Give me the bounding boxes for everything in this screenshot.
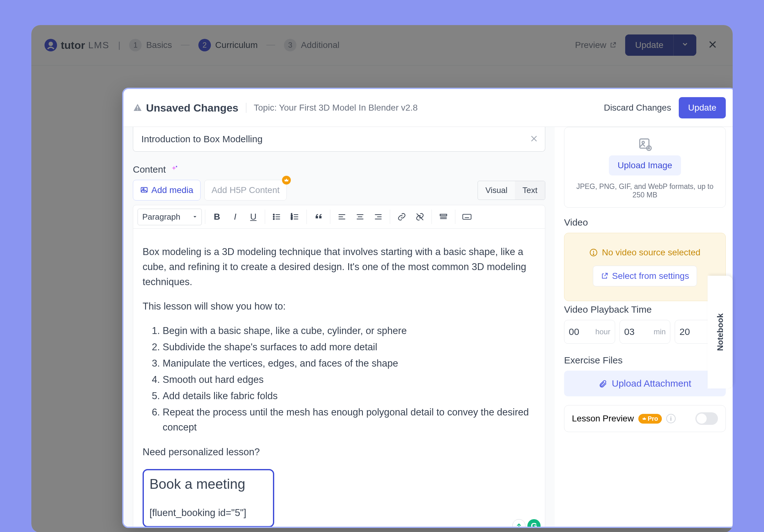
align-right-icon[interactable]	[370, 208, 387, 225]
svg-point-7	[273, 214, 275, 215]
svg-rect-29	[440, 214, 447, 216]
list-item: Manipulate the vertices, edges, and face…	[163, 356, 535, 371]
lesson-title-input[interactable]	[133, 127, 545, 152]
crown-badge-icon	[282, 176, 291, 185]
sec-input[interactable]	[679, 326, 694, 337]
svg-point-4	[176, 166, 177, 167]
content-paragraph: This lesson will show you how to:	[142, 299, 535, 314]
list-item: Smooth out hard edges	[163, 372, 535, 387]
paragraph-dropdown[interactable]: Paragraph	[137, 209, 202, 225]
booking-block: Book a meeting [fluent_booking id="5"]	[142, 469, 274, 527]
image-upload-icon	[571, 137, 719, 151]
ol-icon[interactable]: 123	[286, 208, 303, 225]
quote-icon[interactable]	[310, 208, 327, 225]
upload-image-button[interactable]: Upload Image	[609, 155, 681, 175]
ul-icon[interactable]	[268, 208, 285, 225]
svg-rect-3	[137, 109, 138, 110]
content-paragraph: Need personalized lesson?	[142, 444, 535, 459]
warning-icon	[133, 103, 142, 112]
unsaved-indicator: Unsaved Changes	[133, 102, 239, 114]
image-format-note: JPEG, PNG, GIF, and WebP formats, up to …	[571, 182, 719, 199]
modal-update-button[interactable]: Update	[679, 97, 726, 118]
align-center-icon[interactable]	[352, 208, 369, 225]
grammarly-icon[interactable]: G	[527, 519, 541, 527]
svg-point-9	[273, 216, 275, 218]
tab-text[interactable]: Text	[515, 181, 545, 200]
list-item: Subdivide the shape's surfaces to add mo…	[163, 340, 535, 355]
min-input-box: min	[620, 320, 670, 344]
notebook-tab[interactable]: Notebook	[707, 276, 733, 389]
content-label: Content	[133, 164, 166, 175]
svg-rect-32	[463, 214, 471, 219]
playback-time-label: Video Playback Time	[564, 304, 726, 315]
select-from-settings-button[interactable]: Select from settings	[593, 266, 697, 286]
editor-card: Paragraph B I U 123	[133, 205, 545, 527]
main-column: Content Add media Add H5P Content	[123, 127, 555, 527]
clear-title-icon[interactable]	[530, 133, 538, 145]
min-input[interactable]	[624, 326, 639, 337]
pro-badge: Pro	[638, 414, 662, 424]
add-h5p-button[interactable]: Add H5P Content	[204, 180, 287, 201]
list-item: Begin with a basic shape, like a cube, c…	[163, 323, 535, 338]
list-item: Repeat the process until the mesh has en…	[163, 405, 535, 435]
playback-time-row: hour min sec	[564, 320, 726, 344]
ai-sparkle-icon[interactable]	[169, 165, 178, 174]
underline-icon[interactable]: U	[245, 208, 262, 225]
editor-toolbar: Paragraph B I U 123	[133, 205, 545, 229]
content-paragraph: Box modeling is a 3D modeling technique …	[142, 245, 535, 289]
info-icon[interactable]: i	[666, 414, 675, 423]
svg-point-39	[642, 141, 644, 143]
lesson-modal: Unsaved Changes Topic: Your First 3D Mod…	[122, 88, 733, 528]
italic-icon[interactable]: I	[227, 208, 244, 225]
grammarly-add-icon[interactable]	[512, 519, 525, 527]
link-icon[interactable]	[393, 208, 410, 225]
hour-input-box: hour	[564, 320, 615, 344]
lesson-preview-label: Lesson Preview	[572, 414, 634, 424]
no-video-message: No video source selected	[571, 248, 719, 258]
exercise-files-label: Exercise Files	[564, 355, 726, 366]
unlink-icon[interactable]	[412, 208, 428, 225]
video-card: No video source selected Select from set…	[564, 233, 726, 301]
discard-button[interactable]: Discard Changes	[604, 103, 671, 113]
add-media-button[interactable]: Add media	[133, 180, 201, 201]
booking-shortcode: [fluent_booking id="5"]	[149, 505, 267, 520]
side-column: Upload Image JPEG, PNG, GIF, and WebP fo…	[555, 127, 733, 527]
list-item: Add details like fabric folds	[163, 389, 535, 404]
booking-heading: Book a meeting	[149, 473, 267, 495]
upload-attachment-button[interactable]: Upload Attachment	[564, 371, 726, 396]
svg-text:3: 3	[291, 217, 293, 220]
hour-input[interactable]	[569, 326, 584, 337]
svg-rect-2	[137, 106, 138, 109]
lesson-preview-toggle[interactable]	[695, 412, 718, 425]
editor-content[interactable]: Box modeling is a 3D modeling technique …	[133, 229, 545, 527]
keyboard-icon[interactable]	[459, 208, 476, 225]
app-window: tutor LMS | 1 Basics 2 Curriculum 3 Addi…	[31, 25, 733, 532]
lesson-preview-card: Lesson Preview Pro i	[564, 405, 726, 432]
topic-label: Topic: Your First 3D Model In Blender v2…	[246, 103, 418, 113]
align-left-icon[interactable]	[333, 208, 350, 225]
tab-visual[interactable]: Visual	[478, 181, 515, 200]
grammarly-badges: G	[512, 519, 541, 527]
svg-point-11	[273, 218, 275, 220]
svg-point-43	[593, 254, 594, 255]
featured-image-card: Upload Image JPEG, PNG, GIF, and WebP fo…	[564, 127, 726, 208]
video-section-label: Video	[564, 217, 726, 228]
content-list: Begin with a basic shape, like a cube, c…	[142, 323, 535, 435]
more-icon[interactable]	[435, 208, 452, 225]
bold-icon[interactable]: B	[208, 208, 225, 225]
modal-header: Unsaved Changes Topic: Your First 3D Mod…	[123, 89, 733, 127]
editor-mode-tabs: Visual Text	[478, 181, 545, 200]
